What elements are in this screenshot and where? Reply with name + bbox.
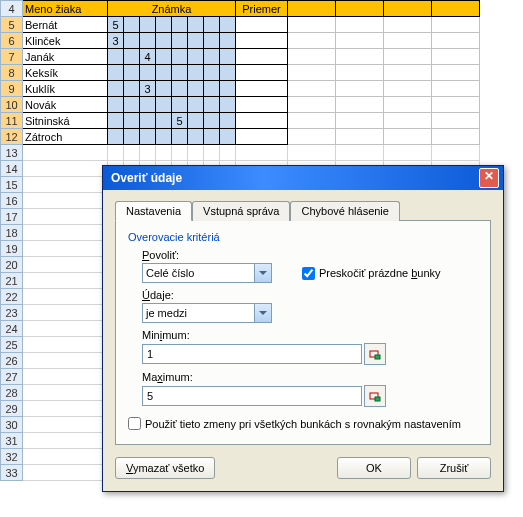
cell[interactable] (23, 321, 108, 337)
cell[interactable] (432, 1, 480, 17)
row-header[interactable]: 6 (1, 33, 23, 49)
cell[interactable] (23, 433, 108, 449)
cell-grade[interactable] (108, 49, 124, 65)
row-header[interactable]: 30 (1, 417, 23, 433)
cell[interactable] (432, 129, 480, 145)
cell-grade[interactable] (172, 65, 188, 81)
cell-grade[interactable] (108, 129, 124, 145)
cell[interactable] (384, 65, 432, 81)
close-button[interactable]: ✕ (479, 168, 499, 188)
cell-grade[interactable] (156, 65, 172, 81)
allow-combo[interactable]: Celé číslo (142, 263, 272, 283)
row-header[interactable]: 15 (1, 177, 23, 193)
ok-button[interactable]: OK (337, 457, 411, 479)
cell-grade[interactable] (204, 49, 220, 65)
cell[interactable] (23, 305, 108, 321)
cell-grade[interactable] (188, 113, 204, 129)
cell-name[interactable]: Novák (23, 97, 108, 113)
cell-name[interactable]: Klinček (23, 33, 108, 49)
data-combo[interactable]: je medzi (142, 303, 272, 323)
cell[interactable] (336, 81, 384, 97)
cell-name[interactable]: Bernát (23, 17, 108, 33)
row-header[interactable]: 29 (1, 401, 23, 417)
cell[interactable] (140, 145, 156, 161)
cell-grade[interactable] (204, 65, 220, 81)
cell[interactable] (336, 129, 384, 145)
cell[interactable] (288, 17, 336, 33)
cell[interactable] (336, 33, 384, 49)
cell[interactable] (220, 145, 236, 161)
cell-avg[interactable] (236, 113, 288, 129)
clear-all-button[interactable]: Vymazať všetko (115, 457, 215, 479)
row-header[interactable]: 9 (1, 81, 23, 97)
cell[interactable] (336, 65, 384, 81)
ref-select-button[interactable] (364, 343, 386, 365)
cell[interactable] (236, 145, 288, 161)
cell[interactable] (336, 1, 384, 17)
cell-grade[interactable] (156, 129, 172, 145)
cell[interactable] (384, 113, 432, 129)
col-header-name[interactable]: Meno žiaka (23, 1, 108, 17)
cell-grade[interactable] (172, 129, 188, 145)
cell-grade[interactable] (156, 81, 172, 97)
row-header[interactable]: 17 (1, 209, 23, 225)
cell-grade[interactable] (108, 81, 124, 97)
cell[interactable] (432, 81, 480, 97)
row-header[interactable]: 12 (1, 129, 23, 145)
cell-grade[interactable]: 5 (172, 113, 188, 129)
cell-grade[interactable]: 5 (108, 17, 124, 33)
row-header[interactable]: 32 (1, 449, 23, 465)
cell[interactable] (432, 145, 480, 161)
cell[interactable] (336, 97, 384, 113)
cell-grade[interactable] (220, 49, 236, 65)
cell[interactable] (23, 225, 108, 241)
skip-blank-checkbox[interactable] (302, 267, 315, 280)
cell[interactable] (23, 241, 108, 257)
apply-all-checkbox[interactable] (128, 417, 141, 430)
cell-grade[interactable] (156, 113, 172, 129)
row-header[interactable]: 18 (1, 225, 23, 241)
row-header[interactable]: 14 (1, 161, 23, 177)
row-header[interactable]: 21 (1, 273, 23, 289)
tab-settings[interactable]: Nastavenia (115, 201, 192, 221)
cell-grade[interactable] (140, 97, 156, 113)
cell-grade[interactable] (188, 129, 204, 145)
cell-grade[interactable] (204, 113, 220, 129)
row-header[interactable]: 13 (1, 145, 23, 161)
cell-grade[interactable] (204, 33, 220, 49)
cell-avg[interactable] (236, 129, 288, 145)
cell[interactable] (384, 129, 432, 145)
cell-grade[interactable] (124, 33, 140, 49)
cell[interactable] (288, 129, 336, 145)
cell-grade[interactable] (220, 81, 236, 97)
cell-grade[interactable] (124, 113, 140, 129)
cell[interactable] (384, 81, 432, 97)
row-header[interactable]: 11 (1, 113, 23, 129)
cancel-button[interactable]: Zrušiť (417, 457, 491, 479)
cell-grade[interactable] (220, 65, 236, 81)
cell-grade[interactable] (188, 33, 204, 49)
cell[interactable] (384, 1, 432, 17)
cell-grade[interactable] (156, 49, 172, 65)
cell[interactable] (23, 177, 108, 193)
row-header[interactable]: 7 (1, 49, 23, 65)
row-header[interactable]: 10 (1, 97, 23, 113)
cell[interactable] (23, 209, 108, 225)
cell-grade[interactable] (204, 17, 220, 33)
cell[interactable] (23, 385, 108, 401)
cell-grade[interactable] (140, 65, 156, 81)
cell[interactable] (23, 353, 108, 369)
row-header[interactable]: 33 (1, 465, 23, 481)
cell[interactable] (172, 145, 188, 161)
cell-grade[interactable]: 4 (140, 49, 156, 65)
row-header[interactable]: 8 (1, 65, 23, 81)
cell-grade[interactable] (220, 113, 236, 129)
cell[interactable] (384, 145, 432, 161)
cell-avg[interactable] (236, 97, 288, 113)
cell[interactable] (23, 273, 108, 289)
cell-grade[interactable]: 3 (108, 33, 124, 49)
cell-grade[interactable] (108, 65, 124, 81)
cell-grade[interactable] (220, 97, 236, 113)
dialog-titlebar[interactable]: Overiť údaje ✕ (103, 166, 503, 190)
cell[interactable] (336, 49, 384, 65)
